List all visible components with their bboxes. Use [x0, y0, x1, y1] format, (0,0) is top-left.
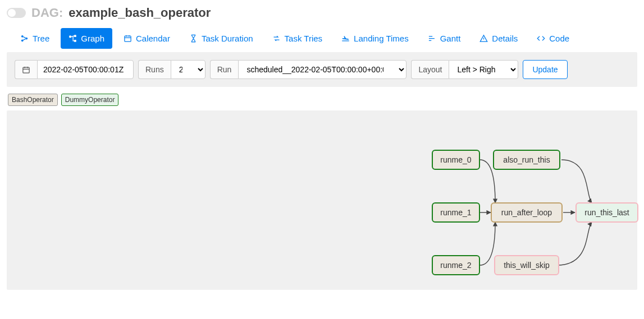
svg-rect-3 — [70, 36, 72, 38]
code-icon — [537, 34, 545, 43]
tab-calendar-label: Calendar — [136, 34, 170, 43]
svg-rect-4 — [74, 35, 76, 37]
tab-details-label: Details — [492, 34, 518, 43]
legend-bash-operator[interactable]: BashOperator — [8, 94, 58, 106]
run-select[interactable]: scheduled__2022-02-05T00:00:00+00:00 — [238, 60, 407, 79]
tab-tree[interactable]: Tree — [12, 28, 57, 49]
tree-icon — [20, 34, 29, 43]
operator-legend: BashOperator DummyOperator — [8, 94, 637, 106]
tab-gantt-label: Gantt — [440, 34, 461, 43]
tab-task-duration-label: Task Duration — [202, 34, 253, 43]
node-label: this_will_skip — [504, 261, 550, 270]
svg-rect-7 — [23, 67, 29, 73]
graph-icon — [68, 34, 77, 43]
tab-details[interactable]: Details — [472, 28, 526, 49]
tab-code[interactable]: Code — [529, 28, 577, 49]
node-label: run_this_last — [584, 208, 629, 217]
tab-tree-label: Tree — [33, 34, 49, 43]
dag-prefix: DAG: — [31, 6, 63, 20]
node-label: runme_1 — [440, 208, 471, 217]
tab-landing-times[interactable]: Landing Times — [334, 28, 417, 49]
run-label: Run — [210, 60, 239, 79]
tab-task-tries-label: Task Tries — [285, 34, 323, 43]
runs-select[interactable]: 25 — [171, 60, 205, 79]
tab-gantt[interactable]: Gantt — [420, 28, 469, 49]
tab-landing-times-label: Landing Times — [354, 34, 409, 43]
node-run-after-loop[interactable]: run_after_loop — [491, 202, 563, 223]
svg-point-0 — [21, 35, 24, 38]
svg-rect-6 — [125, 36, 131, 41]
dag-toggle[interactable] — [7, 8, 26, 18]
svg-rect-5 — [74, 40, 76, 42]
view-tabs: Tree Graph Calendar Task Duration Task T… — [7, 28, 637, 49]
node-runme-1[interactable]: runme_1 — [432, 202, 480, 223]
tab-code-label: Code — [549, 34, 569, 43]
execution-date-input[interactable] — [37, 60, 134, 79]
layout-label: Layout — [411, 60, 449, 79]
controls-bar: Runs 25 Run scheduled__2022-02-05T00:00:… — [7, 52, 637, 87]
dag-name: example_bash_operator — [68, 6, 211, 20]
calendar-icon — [124, 34, 132, 43]
retry-icon — [272, 34, 281, 43]
node-this-will-skip[interactable]: this_will_skip — [494, 255, 559, 275]
tab-graph-label: Graph — [81, 34, 104, 43]
node-label: run_after_loop — [501, 208, 552, 217]
svg-point-2 — [25, 38, 28, 40]
hourglass-icon — [189, 34, 198, 43]
node-runme-0[interactable]: runme_0 — [432, 150, 480, 170]
runs-label: Runs — [138, 60, 171, 79]
landing-icon — [341, 34, 350, 43]
node-runme-2[interactable]: runme_2 — [432, 255, 480, 275]
tab-task-tries[interactable]: Task Tries — [264, 28, 331, 49]
legend-dummy-operator[interactable]: DummyOperator — [61, 94, 119, 106]
tab-graph[interactable]: Graph — [61, 28, 112, 49]
graph-canvas[interactable]: runme_0 runme_1 runme_2 also_run_this ru… — [7, 110, 637, 290]
node-run-this-last[interactable]: run_this_last — [576, 202, 638, 223]
layout-select[interactable]: Left > Right — [449, 60, 518, 79]
tab-task-duration[interactable]: Task Duration — [181, 28, 261, 49]
node-label: runme_2 — [440, 261, 471, 270]
node-also-run-this[interactable]: also_run_this — [493, 150, 560, 170]
warning-icon — [479, 34, 488, 43]
node-label: runme_0 — [440, 155, 471, 164]
node-label: also_run_this — [503, 155, 550, 164]
tab-calendar[interactable]: Calendar — [116, 28, 178, 49]
gantt-icon — [428, 34, 436, 43]
calendar-addon-icon — [15, 60, 37, 79]
svg-point-1 — [21, 39, 24, 41]
update-button[interactable]: Update — [523, 60, 567, 79]
